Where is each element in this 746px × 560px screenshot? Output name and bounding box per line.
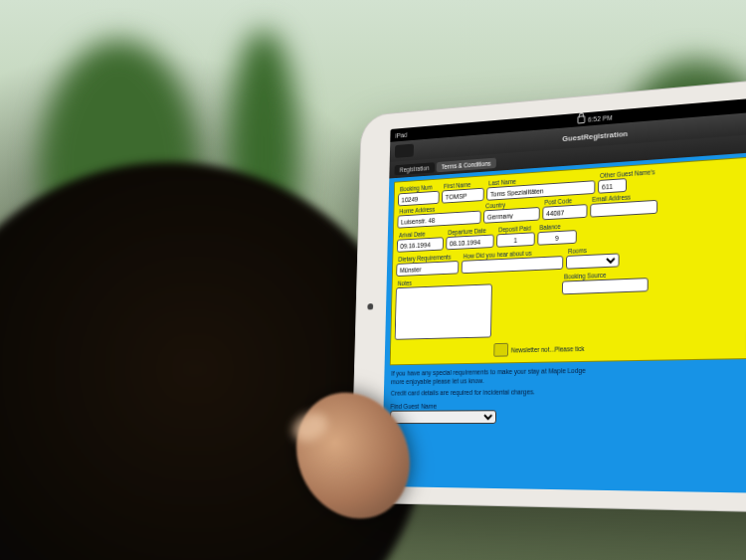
input-post-code[interactable] xyxy=(542,204,587,220)
ipad-device: iPad 6:52 PM GuestRegistration Record 1/… xyxy=(350,70,746,515)
label-email: Email Address xyxy=(592,192,657,203)
label-newsletter: Newsletter not...Please tick xyxy=(511,345,585,353)
footer-text-block: If you have any special requirements to … xyxy=(383,358,746,428)
guest-form-panel: Booking Num First Name Last Name xyxy=(390,152,746,366)
input-first-name[interactable] xyxy=(442,188,484,204)
input-other-guests[interactable] xyxy=(598,178,627,194)
input-deposit[interactable] xyxy=(496,232,535,247)
background-photo: iPad 6:52 PM GuestRegistration Record 1/… xyxy=(0,0,746,560)
select-rooms[interactable] xyxy=(566,253,620,269)
status-time: 6:52 PM xyxy=(588,113,613,122)
page-title: GuestRegistration xyxy=(562,129,628,143)
tab-terms[interactable]: Terms & Conditions xyxy=(436,157,496,172)
ipad-camera xyxy=(367,303,373,310)
status-device: iPad xyxy=(395,131,407,138)
content-area: Booking Num First Name Last Name xyxy=(382,147,746,494)
label-find-guest: Find Guest Name xyxy=(390,399,746,411)
input-email[interactable] xyxy=(590,200,657,218)
tab-registration[interactable]: Registration xyxy=(395,162,435,175)
newsletter-checkbox[interactable] xyxy=(493,343,508,357)
select-find-guest[interactable] xyxy=(390,410,496,424)
label-booking-source: Booking Source xyxy=(564,270,649,280)
footer-line-3: Credit card details are required for inc… xyxy=(391,385,746,398)
input-dietary[interactable] xyxy=(396,261,459,277)
label-other-guests: Other Guest Name's xyxy=(600,168,655,179)
input-booking-source[interactable] xyxy=(562,278,649,294)
input-country[interactable] xyxy=(483,207,540,224)
input-balance[interactable] xyxy=(537,230,576,246)
lock-icon xyxy=(578,115,586,123)
input-booking-num[interactable] xyxy=(398,191,440,207)
label-rooms: Rooms xyxy=(568,246,620,255)
ipad-screen: iPad 6:52 PM GuestRegistration Record 1/… xyxy=(382,93,746,494)
textarea-notes[interactable] xyxy=(395,283,492,339)
newsletter-row: Newsletter not...Please tick xyxy=(394,336,746,359)
input-departure[interactable] xyxy=(446,235,493,251)
input-arrival[interactable] xyxy=(397,237,444,253)
back-button[interactable] xyxy=(395,144,414,158)
